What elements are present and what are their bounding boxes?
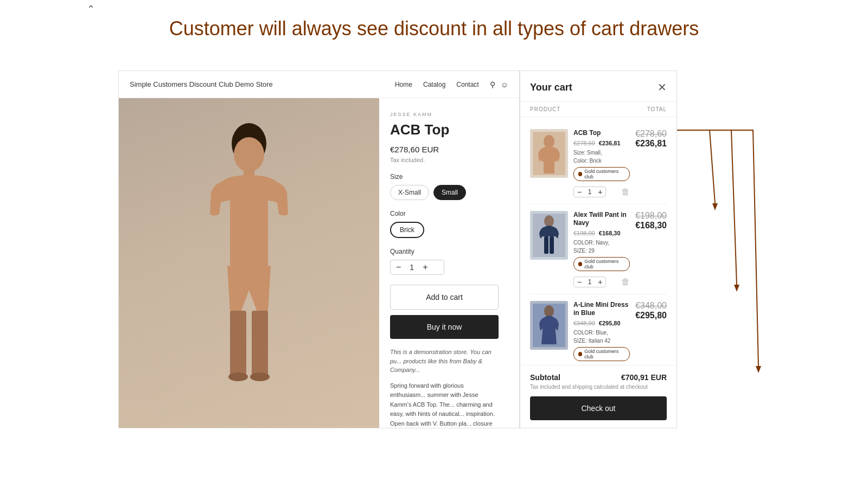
cart-item: A-Line Mini Dress in Blue €348,00 €295,8… bbox=[530, 294, 667, 365]
color-label: Color bbox=[390, 210, 499, 217]
size-small[interactable]: Small bbox=[433, 185, 466, 200]
cart-item-right-1: €278,60 €236,81 bbox=[635, 129, 667, 197]
search-icon[interactable]: ⚲ bbox=[490, 80, 495, 89]
svg-rect-13 bbox=[544, 236, 548, 254]
person-illustration bbox=[173, 106, 325, 420]
cart-item-qty-row-2: − 1 + 🗑 bbox=[573, 277, 630, 287]
size-label: Size bbox=[390, 173, 499, 181]
original-price-1: €278,60 bbox=[573, 140, 595, 146]
store-nav: Simple Customers Discount Club Demo Stor… bbox=[119, 71, 519, 98]
cart-item-image-2 bbox=[530, 211, 568, 260]
subtotal-label: Subtotal bbox=[530, 373, 560, 382]
total-final-3: €295,80 bbox=[635, 311, 667, 320]
cart-qty-val-2: 1 bbox=[586, 278, 593, 286]
product-description: Spring forward with glorious enthusiasm.… bbox=[390, 381, 499, 428]
quantity-control: − 1 + bbox=[390, 260, 444, 275]
svg-marker-17 bbox=[712, 203, 718, 210]
cart-qty-increase-2[interactable]: + bbox=[598, 278, 602, 286]
cart-qty-increase-1[interactable]: + bbox=[598, 188, 602, 196]
product-name: ACB Top bbox=[390, 121, 499, 138]
svg-point-16 bbox=[544, 305, 554, 317]
cart-item-prices-3: €348,00 €295,80 bbox=[573, 320, 630, 326]
svg-point-12 bbox=[544, 215, 554, 227]
cart-item-meta-3: COLOR: Blue, SIZE: Italian 42 bbox=[573, 329, 630, 345]
quantity-label: Quantity bbox=[390, 248, 499, 255]
cart-qty-val-1: 1 bbox=[586, 188, 593, 196]
cart-column-headers: PRODUCT TOTAL bbox=[520, 102, 676, 117]
cart-item-thumbnail-2 bbox=[533, 214, 565, 257]
cart-item: ACB Top €278,60 €236,81 Size: Small, Col… bbox=[530, 123, 667, 204]
svg-rect-10 bbox=[544, 162, 554, 174]
page-headline: Customer will always see discount in all… bbox=[0, 16, 868, 42]
cart-item-image-1 bbox=[530, 129, 568, 178]
cart-qty-decrease-2[interactable]: − bbox=[577, 278, 582, 286]
cart-header: Your cart ✕ bbox=[520, 71, 676, 102]
quantity-decrease[interactable]: − bbox=[396, 262, 401, 272]
cart-tax-note: Tax included and shipping calculated at … bbox=[530, 384, 667, 390]
total-original-3: €348,00 bbox=[635, 301, 667, 311]
cart-item-info-3: A-Line Mini Dress in Blue €348,00 €295,8… bbox=[573, 301, 630, 365]
color-options: Brick bbox=[390, 222, 499, 238]
discounted-price-2: €168,30 bbox=[599, 230, 621, 236]
cart-item: Alex Twill Pant in Navy €198,00 €168,30 … bbox=[530, 204, 667, 294]
cart-items-list: ACB Top €278,60 €236,81 Size: Small, Col… bbox=[520, 117, 676, 365]
account-icon[interactable]: ☺ bbox=[501, 80, 508, 89]
quantity-increase[interactable]: + bbox=[423, 262, 427, 272]
product-tax: Tax included. bbox=[390, 157, 499, 163]
cart-item-right-2: €198,00 €168,30 bbox=[635, 211, 667, 287]
cart-qty-control-1: − 1 + bbox=[573, 187, 606, 197]
cart-item-prices-2: €198,00 €168,30 bbox=[573, 230, 630, 236]
cart-item-prices-1: €278,60 €236,81 bbox=[573, 140, 630, 146]
cart-item-name-2: Alex Twill Pant in Navy bbox=[573, 211, 630, 228]
product-image bbox=[119, 98, 379, 428]
total-final-1: €236,81 bbox=[635, 139, 667, 149]
cart-delete-1[interactable]: 🗑 bbox=[621, 187, 630, 197]
cart-qty-control-2: − 1 + bbox=[573, 277, 606, 287]
svg-point-7 bbox=[250, 373, 270, 381]
cart-delete-2[interactable]: 🗑 bbox=[621, 277, 630, 287]
cart-item-right-3: €348,00 €295,80 bbox=[635, 301, 667, 365]
cart-item-meta-1: Size: Small, Color: Brick bbox=[573, 149, 630, 165]
checkout-button[interactable]: Check out bbox=[530, 396, 667, 420]
col-total: TOTAL bbox=[647, 106, 667, 112]
badge-dot-3 bbox=[578, 352, 582, 356]
svg-rect-4 bbox=[230, 311, 246, 376]
total-original-1: €278,60 bbox=[635, 129, 667, 139]
nav-catalog[interactable]: Catalog bbox=[423, 81, 445, 88]
nav-icons: ⚲ ☺ bbox=[490, 80, 508, 89]
nav-home[interactable]: Home bbox=[395, 81, 412, 88]
customers-club-badge-2: Gold customers club bbox=[573, 257, 630, 271]
baby-company-link[interactable]: Baby & Company... bbox=[390, 358, 482, 374]
svg-rect-5 bbox=[252, 311, 268, 376]
cart-item-name-3: A-Line Mini Dress in Blue bbox=[573, 301, 630, 318]
nav-contact[interactable]: Contact bbox=[456, 81, 478, 88]
svg-marker-18 bbox=[734, 285, 739, 292]
store-window: Simple Customers Discount Club Demo Stor… bbox=[118, 70, 520, 428]
cart-title: Your cart bbox=[530, 82, 572, 93]
size-options: X-Small Small bbox=[390, 185, 499, 200]
cart-item-meta-2: COLOR: Navy, SIZE: 29 bbox=[573, 239, 630, 255]
cart-item-info-1: ACB Top €278,60 €236,81 Size: Small, Col… bbox=[573, 129, 630, 197]
product-area: Jesse Kamm ACB Top €278,60 EUR Tax inclu… bbox=[119, 98, 519, 428]
total-final-2: €168,30 bbox=[635, 221, 667, 230]
svg-point-1 bbox=[234, 137, 264, 172]
svg-point-6 bbox=[228, 373, 248, 381]
original-price-2: €198,00 bbox=[573, 230, 595, 236]
cart-drawer: Your cart ✕ PRODUCT TOTAL ACB Top bbox=[520, 70, 677, 428]
cart-item-image-3 bbox=[530, 301, 568, 350]
size-xsmall[interactable]: X-Small bbox=[390, 185, 429, 200]
buy-now-button[interactable]: Buy it now bbox=[390, 315, 499, 339]
color-brick[interactable]: Brick bbox=[390, 222, 424, 238]
chevron-up-icon[interactable]: ⌃ bbox=[87, 3, 95, 15]
col-product: PRODUCT bbox=[530, 106, 560, 112]
cart-qty-decrease-1[interactable]: − bbox=[577, 188, 582, 196]
svg-rect-14 bbox=[550, 236, 554, 254]
cart-item-name-1: ACB Top bbox=[573, 129, 630, 138]
add-to-cart-button[interactable]: Add to cart bbox=[390, 285, 499, 310]
discounted-price-3: €295,80 bbox=[599, 320, 621, 326]
nav-links: Home Catalog Contact bbox=[395, 81, 479, 88]
discounted-price-1: €236,81 bbox=[599, 140, 621, 146]
cart-item-info-2: Alex Twill Pant in Navy €198,00 €168,30 … bbox=[573, 211, 630, 287]
product-details: Jesse Kamm ACB Top €278,60 EUR Tax inclu… bbox=[379, 98, 509, 428]
cart-close-button[interactable]: ✕ bbox=[658, 81, 667, 94]
